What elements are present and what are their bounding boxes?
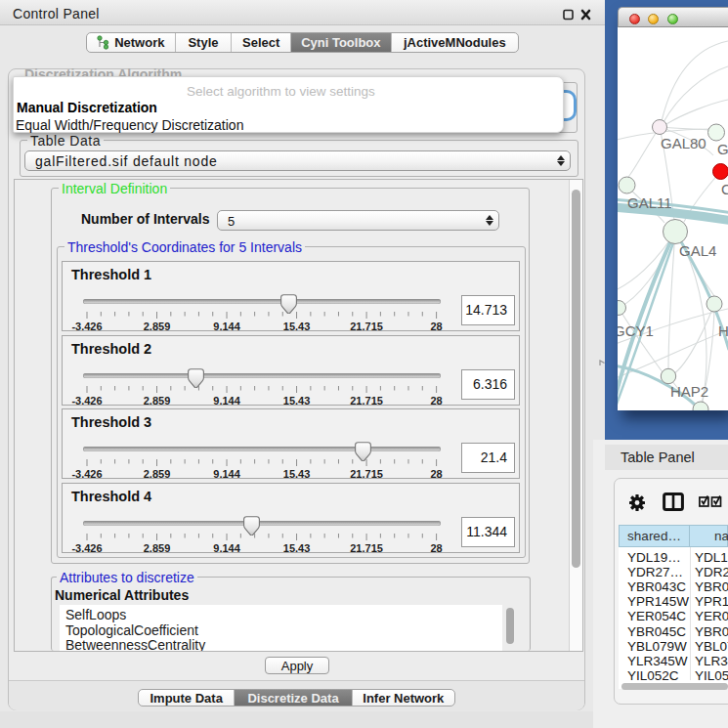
- svg-text:C: C: [721, 181, 728, 197]
- svg-text:GAL80: GAL80: [661, 135, 707, 151]
- svg-text:GAL11: GAL11: [627, 194, 672, 211]
- svg-text:H: H: [718, 322, 728, 339]
- svg-text:GA: GA: [717, 141, 728, 157]
- svg-text:GCY1: GCY1: [618, 322, 654, 339]
- svg-text:HAP2: HAP2: [670, 383, 708, 400]
- svg-text:GAL4: GAL4: [679, 242, 716, 259]
